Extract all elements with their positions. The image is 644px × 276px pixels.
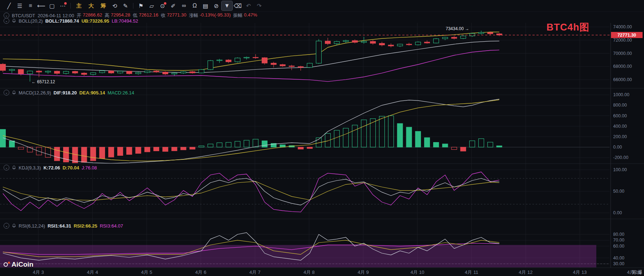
binoculars-icon[interactable]: ∞ (179, 1, 189, 10)
current-price-badge: 72771.30 (611, 32, 643, 38)
lock-icon[interactable]: Ω (189, 1, 200, 10)
collapse-chevron-icon[interactable]: ⌄ (4, 223, 9, 229)
kdj-indicator-row: ⌄ KDJ(9,3,3) K:72.06 D:70.04 J:76.08 (4, 165, 97, 170)
collapse-chevron-icon[interactable]: ⌄ (4, 13, 9, 18)
trading-app: ╱☰≡⟵▢⋯主大筹⟲✎⚑▱⊙✐∞Ω▤⊘▼⌫↶↷ ⌄ BTC/USDT 2026-… (0, 0, 644, 276)
toolbar-divider (70, 3, 71, 9)
close-value: 72771.30 (167, 12, 186, 19)
axis-label: 200.00 (613, 134, 642, 139)
edit-box-icon[interactable]: ⟲ (109, 1, 120, 10)
date-axis-label: 4月 7 (249, 269, 260, 276)
amplitude-label: 振幅 (233, 12, 242, 19)
rsi1-value: RSI1:64.31 (48, 223, 71, 229)
alert-bell-icon[interactable] (12, 224, 16, 228)
macd-indicator-row: ⌄ MACD(12,26,9) DIF:918.20 DEA:905.14 MA… (4, 90, 134, 95)
symbol-name[interactable]: BTC/USDT (12, 13, 35, 18)
axis-label: 600.00 (613, 113, 642, 118)
collapse-chevron-icon[interactable]: ⌄ (4, 165, 9, 170)
ruler-icon[interactable]: ▱ (146, 1, 157, 10)
link-annotation-icon[interactable]: ⊘ (211, 1, 222, 10)
macd-name[interactable]: MACD(12,26,9) (19, 90, 51, 95)
kdj-j-value: J:76.08 (82, 165, 97, 170)
change-label: 涨幅 (189, 12, 198, 19)
boll-name[interactable]: BOLL(20,2) (19, 18, 43, 24)
amplitude-value: 0.47% (244, 12, 257, 19)
axis-label: 80.00 (613, 232, 642, 237)
main-indicator-tab[interactable]: 主 (73, 1, 85, 10)
more-draw-tools-icon[interactable]: ⋯ (57, 1, 68, 10)
axis-label: 50.00 (613, 189, 642, 194)
rsi-name[interactable]: RSI(6,12,24) (19, 223, 45, 229)
brush-icon[interactable]: ✎ (120, 1, 131, 10)
horizontal-lines-icon[interactable]: ☰ (14, 1, 25, 10)
alert-bell-icon[interactable] (12, 19, 16, 23)
axis-label: 800.00 (613, 103, 642, 108)
alert-bell-icon[interactable] (12, 165, 16, 170)
redo-icon[interactable]: ↷ (254, 1, 265, 10)
low-price-marker: ← 65712.12 (32, 79, 55, 84)
date-axis-label: 4月 12 (519, 269, 532, 276)
fib-lines-icon[interactable]: ≡ (25, 1, 36, 10)
axis-label: 70.00 (613, 238, 642, 243)
axis-label: 100.00 (613, 167, 642, 172)
rsi2-value: RSI2:66.25 (74, 223, 97, 229)
axis-label: 0.00 (613, 145, 642, 150)
axis-label: 0.00 (613, 210, 642, 215)
notification-dot (164, 2, 166, 5)
undo-icon[interactable]: ↶ (243, 1, 254, 10)
chart-canvas[interactable] (0, 0, 644, 276)
bottom-right-tabs[interactable]: 筹 爆 (632, 269, 643, 276)
axis-label: 400.00 (613, 124, 642, 129)
arrow-tool-icon[interactable]: ⟵ (36, 1, 47, 10)
change-value: -0.13%(-95.33) (200, 12, 231, 19)
note-icon[interactable]: ▤ (200, 1, 211, 10)
rectangle-tool-icon[interactable]: ▢ (47, 1, 57, 10)
alert-bell-icon[interactable] (12, 90, 16, 95)
kdj-k-value: K:72.06 (43, 165, 60, 170)
date-axis-label: 4月 13 (573, 269, 587, 276)
kdj-d-value: D:70.04 (62, 165, 79, 170)
trash-icon[interactable]: ⌫ (232, 1, 243, 10)
boll-ub-value: UB:73226.95 (81, 18, 109, 24)
collapse-chevron-icon[interactable]: ⌄ (4, 90, 9, 95)
boll-indicator-row: ⌄ BOLL(20,2) BOLL:71860.74 UB:73226.95 L… (4, 18, 138, 24)
eraser-icon[interactable]: ✐ (168, 1, 179, 10)
low-value: 72612.16 (139, 12, 158, 19)
chip-distribution-tab[interactable]: 筹 (97, 1, 109, 10)
collapse-chevron-icon[interactable]: ⌄ (4, 18, 9, 24)
macd-dea-value: DEA:905.14 (79, 90, 105, 95)
date-axis-label: 4月 3 (33, 269, 44, 276)
axis-label: 30.00 (613, 261, 642, 266)
candle-datetime: 2026-04-11 12:00 (38, 13, 74, 18)
axis-label: 74000.00 (613, 24, 642, 29)
aicoin-logo-icon (4, 261, 10, 268)
date-axis-label: 4月 9 (357, 269, 369, 276)
watermark-text: AiCoin (11, 261, 33, 268)
rsi-indicator-row: ⌄ RSI(6,12,24) RSI1:64.31 RSI2:66.25 RSI… (4, 223, 123, 229)
macd-hist-value: MACD:26.14 (108, 90, 134, 95)
kdj-name[interactable]: KDJ(9,3,3) (19, 165, 41, 170)
date-axis-label: 4月 8 (303, 269, 314, 276)
inspect-zoom-icon[interactable]: ⊙ (157, 1, 168, 10)
axis-label: 72000.00 (613, 38, 642, 43)
axis-label: 60.00 (613, 244, 642, 249)
notification-dot (64, 2, 67, 5)
axis-label: 40.00 (613, 256, 642, 261)
chart-title: BTC4h图 (546, 21, 589, 34)
toolbar-divider (133, 3, 133, 9)
bookmark-icon[interactable]: ⚑ (136, 1, 146, 10)
date-axis-label: 4月 5 (141, 269, 152, 276)
filter-icon[interactable]: ▼ (222, 1, 232, 10)
axis-label: 1000.00 (613, 92, 642, 97)
high-price-marker: 73434.00 → (446, 26, 469, 31)
big-view-tab[interactable]: 大 (85, 1, 97, 10)
axis-label: -200.00 (613, 155, 642, 160)
boll-lb-value: LB:70494.52 (112, 18, 138, 24)
aicoin-watermark: AiCoin (4, 261, 33, 268)
close-label: 收 (161, 12, 165, 19)
date-axis-label: 4月 6 (195, 269, 206, 276)
axis-label: 70000.00 (613, 51, 642, 56)
date-axis-label: 4月 11 (465, 269, 478, 276)
axis-label: 68000.00 (613, 64, 642, 69)
draw-line-icon[interactable]: ╱ (4, 1, 14, 10)
